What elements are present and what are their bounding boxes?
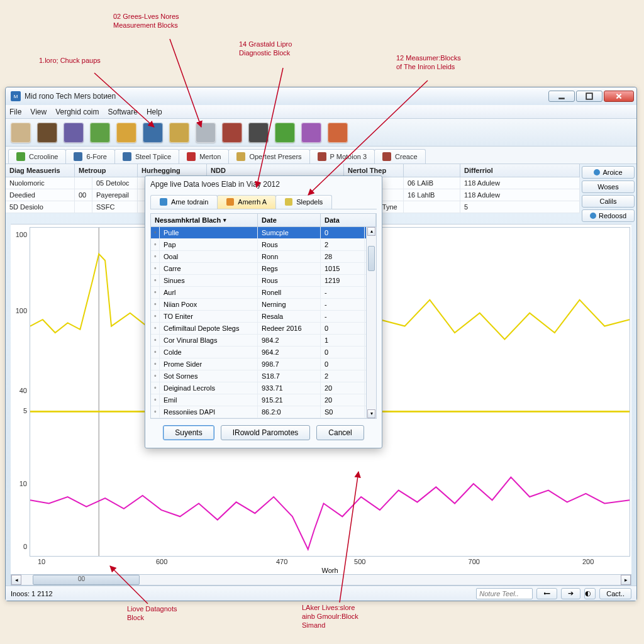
col-hurhegging[interactable]: Hurhegging xyxy=(138,164,207,177)
list-item[interactable]: ∘Prome Sider998.70 xyxy=(151,358,376,370)
list-item[interactable]: ∘Cor Vinural Blags984.21 xyxy=(151,335,376,347)
list-item[interactable]: ∘Ressoniies DAPl86.2:0S0 xyxy=(151,406,376,418)
list-item[interactable]: ∘OoalRonn28 xyxy=(151,251,376,263)
list-item[interactable]: ∘CarreRegs1015 xyxy=(151,263,376,275)
dialog-suyents-button[interactable]: Suyents xyxy=(163,425,214,440)
list-item[interactable]: ∘Deiginad Lecrols933.7120 xyxy=(151,382,376,394)
gear-red-icon[interactable] xyxy=(222,123,242,143)
dialog-tab-1[interactable]: Amerrh A xyxy=(217,195,276,209)
dialog-buttons: Suyents IRowold Paromotes Cancel xyxy=(145,419,382,448)
tab-4[interactable]: Opertest Presers xyxy=(228,149,309,164)
col-differriol[interactable]: Differriol xyxy=(460,164,580,177)
globe-green-icon[interactable] xyxy=(275,123,295,143)
table-cell xyxy=(75,201,92,213)
h-scrollbar[interactable]: ◂ 00 ▸ xyxy=(11,574,631,586)
dialog-cancel-button[interactable]: Cancel xyxy=(316,425,364,440)
dialog-rowold-button[interactable]: IRowold Paromotes xyxy=(221,425,311,440)
menu-view[interactable]: View xyxy=(30,108,47,116)
list-cell: Sot Sornes xyxy=(160,370,258,382)
clipboard-icon[interactable] xyxy=(11,123,31,143)
status-cact-button[interactable]: Cact.. xyxy=(599,588,631,599)
table-cell: Nuolomoric xyxy=(6,177,75,189)
status-help-button[interactable]: ◐ xyxy=(584,588,596,599)
row-icon: ∘ xyxy=(151,227,160,238)
globe-purple-icon[interactable] xyxy=(64,123,84,143)
tab-5[interactable]: P Motoion 3 xyxy=(309,149,375,164)
tab-2[interactable]: Steel Tpiice xyxy=(114,149,179,164)
list-item[interactable]: ∘PulleSumcple0 xyxy=(151,227,376,239)
maximize-button[interactable] xyxy=(576,91,602,102)
side-woses-button[interactable]: Woses xyxy=(582,180,635,193)
list-item[interactable]: ∘Emil915.2120 xyxy=(151,394,376,406)
menu-verghid[interactable]: Verghid coim xyxy=(55,108,99,116)
film-icon[interactable] xyxy=(37,123,57,143)
puzzle-icon[interactable] xyxy=(301,123,321,143)
vscroll-up-button[interactable]: ▴ xyxy=(367,227,375,236)
side-calils-button[interactable]: Calils xyxy=(582,195,635,208)
dialog-col-0[interactable]: Nessamhkrtal Blach ▾ xyxy=(151,214,258,226)
x-tick: 700 xyxy=(469,558,480,565)
dialog-col-1[interactable]: Date xyxy=(258,214,321,226)
tab-6[interactable]: Creace xyxy=(374,149,425,164)
dialog-tab-2[interactable]: Slepdels xyxy=(275,195,332,209)
series-magenta xyxy=(30,477,630,550)
menu-help[interactable]: Help xyxy=(147,108,162,116)
side-aroice-button[interactable]: Aroice xyxy=(582,166,635,179)
monitor-icon[interactable] xyxy=(143,123,163,143)
side-redoosd-button[interactable]: Redoosd xyxy=(582,209,635,222)
table-cell: 00 xyxy=(75,189,92,201)
list-item[interactable]: ∘AurlRonell- xyxy=(151,287,376,299)
col-diag[interactable]: Diag Measueris xyxy=(6,164,75,177)
table-cell: 118 Adulew xyxy=(460,177,580,189)
dialog-grid-body: ∘PulleSumcple0∘PapRous2∘OoalRonn28∘Carre… xyxy=(150,227,377,419)
svg-rect-6 xyxy=(558,97,565,99)
col-metroup[interactable]: Metroup xyxy=(75,164,138,177)
list-item[interactable]: ∘SinuesRous1219 xyxy=(151,275,376,287)
list-item[interactable]: ∘Cefimiltaul Depote SlegsRedeer 20160 xyxy=(151,323,376,335)
tab-3[interactable]: Merton xyxy=(179,149,229,164)
dialog-tab-0[interactable]: Ame todrain xyxy=(150,195,218,209)
list-item[interactable]: ∘Sot SornesS18.72 xyxy=(151,370,376,382)
list-cell: Cor Vinural Blags xyxy=(160,335,258,346)
table-cell: 118 Adulew xyxy=(460,189,580,201)
tab-0[interactable]: Ccrooline xyxy=(8,149,66,164)
dialog-grid-header: Nessamhkrtal Blach ▾ Date Data xyxy=(150,213,377,227)
list-cell: Resala xyxy=(258,311,321,322)
list-item[interactable]: ∘PapRous2 xyxy=(151,239,376,251)
titlebar[interactable]: M Mid rono Tech Mers botиen xyxy=(6,87,636,105)
folder-icon[interactable] xyxy=(116,123,136,143)
scroll-track[interactable]: 00 xyxy=(21,575,621,585)
scroll-thumb[interactable] xyxy=(33,575,140,585)
status-fwd-button[interactable]: ➔ xyxy=(561,588,580,599)
col-ndd[interactable]: NDD xyxy=(207,164,344,177)
vscroll-down-button[interactable]: ▾ xyxy=(367,409,375,418)
dialog-vscrollbar[interactable]: ▴ ▾ xyxy=(366,227,376,418)
pencil-icon[interactable] xyxy=(169,123,189,143)
scroll-left-button[interactable]: ◂ xyxy=(11,575,21,585)
tab-icon xyxy=(236,152,245,161)
row-icon: ∘ xyxy=(151,358,160,370)
row-icon: ∘ xyxy=(151,323,160,334)
scroll-right-button[interactable]: ▸ xyxy=(621,575,631,585)
close-button[interactable] xyxy=(604,91,634,102)
target-green-icon[interactable] xyxy=(90,123,110,143)
list-item[interactable]: ∘Colde964.20 xyxy=(151,347,376,358)
chevron-down-icon: ▾ xyxy=(223,217,226,223)
x-tick: 500 xyxy=(354,558,365,565)
col-nertol[interactable]: Nertol Thep xyxy=(344,164,404,177)
menu-file[interactable]: File xyxy=(9,108,21,116)
dialog-col-2[interactable]: Data xyxy=(321,214,376,226)
menu-software[interactable]: Software xyxy=(108,108,138,116)
status-search-input[interactable] xyxy=(476,588,533,599)
swirl-icon[interactable] xyxy=(328,123,348,143)
col-blank[interactable] xyxy=(404,164,460,177)
status-back-button[interactable]: 🠔 xyxy=(536,588,557,599)
annotation-6: LAker Lives:slore ainb Gmoulr:Block Sima… xyxy=(302,604,358,630)
bag-icon[interactable] xyxy=(248,123,269,143)
tab-1[interactable]: 6-Fore xyxy=(65,149,114,164)
list-item[interactable]: ∘TO EniterResala- xyxy=(151,311,376,323)
back-icon[interactable] xyxy=(196,123,216,143)
list-item[interactable]: ∘Niian PooxNerning- xyxy=(151,299,376,311)
minimize-button[interactable] xyxy=(548,91,575,102)
vscroll-thumb[interactable] xyxy=(368,246,375,271)
